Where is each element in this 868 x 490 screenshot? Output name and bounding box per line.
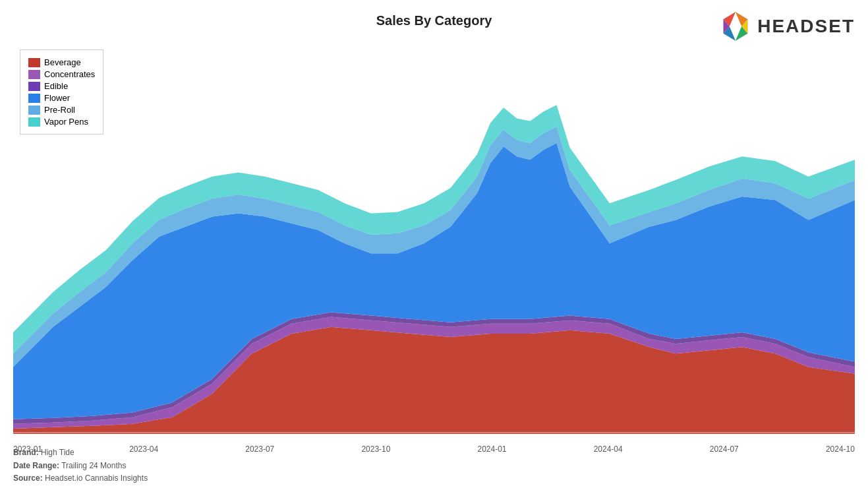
footer-date-range: Date Range: Trailing 24 Months — [13, 460, 148, 472]
footer-source: Source: Headset.io Cannabis Insights — [13, 472, 148, 485]
brand-label: Brand: — [13, 448, 39, 457]
headset-logo-icon — [719, 10, 752, 43]
brand-value: High Tide — [41, 448, 74, 457]
chart-area — [13, 46, 855, 434]
date-range-label: Date Range: — [13, 461, 59, 470]
date-range-value: Trailing 24 Months — [61, 461, 126, 470]
source-value: Headset.io Cannabis Insights — [45, 474, 148, 483]
source-label: Source: — [13, 474, 43, 483]
footer-brand: Brand: High Tide — [13, 446, 148, 459]
footer-info: Brand: High Tide Date Range: Trailing 24… — [13, 446, 148, 485]
x-label-6: 2024-07 — [710, 444, 739, 454]
x-label-5: 2024-04 — [594, 444, 623, 454]
svg-marker-7 — [730, 22, 741, 30]
chart-svg — [13, 46, 855, 434]
x-label-2: 2023-07 — [245, 444, 274, 454]
x-label-4: 2024-01 — [478, 444, 507, 454]
x-label-7: 2024-10 — [826, 444, 855, 454]
headset-logo-text: HEADSET — [757, 16, 855, 37]
headset-logo: HEADSET — [719, 10, 855, 43]
x-label-3: 2023-10 — [361, 444, 390, 454]
chart-container: Sales By Category HEADSET Beverage — [0, 0, 868, 490]
